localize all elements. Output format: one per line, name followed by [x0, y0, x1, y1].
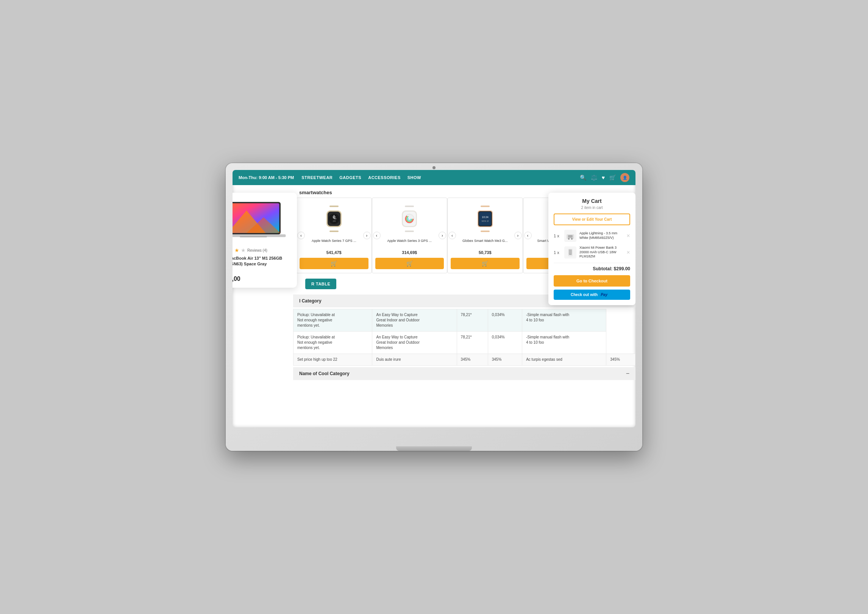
svg-rect-7 [329, 206, 339, 207]
svg-rect-16 [405, 206, 414, 207]
product-card-3: ‹ 10:24 MON 18 [447, 198, 523, 273]
svg-text:MON 18: MON 18 [481, 220, 489, 222]
table-section-2-toggle[interactable]: − [626, 370, 629, 377]
product-name-1: Apple Watch Series 7 GPS ... [300, 239, 368, 249]
cell-3-6: 345% [606, 354, 635, 366]
watch-img-2 [375, 202, 444, 236]
table-row-1: Pickup: Unavailable at Not enough negati… [293, 309, 635, 332]
cart-item-2-img [564, 246, 576, 259]
cart-item-1-qty: 1 x [554, 234, 561, 238]
nav-streetwear[interactable]: STREETWEAR [301, 175, 333, 180]
next-btn-2[interactable]: › [439, 232, 446, 239]
macbook-svg [233, 200, 287, 242]
svg-rect-51 [569, 249, 572, 255]
nav-accessories[interactable]: ACCESSORIES [368, 175, 401, 180]
store-hours: Mon-Thu: 9:00 AM - 5:30 PM [239, 175, 294, 180]
cell-2-5: -Simple manual flash with 4 to 10 foo [522, 332, 606, 354]
main-content: ★ ★ ★ ★ ★ Reviews (4) Apple MacBook Air … [233, 185, 635, 427]
subtotal-value: $299.00 [614, 266, 630, 271]
svg-text::24: :24 [333, 220, 336, 222]
cell-2-3: 78,21* [457, 332, 488, 354]
cell-1-3: 78,21* [457, 309, 488, 332]
cell-1-1: Pickup: Unavailable at Not enough negati… [293, 309, 372, 332]
cart-subtotal: Subtotal: $299.00 [554, 266, 630, 271]
paypal-button[interactable]: Check out with PayPal [554, 290, 630, 300]
product-image [233, 198, 292, 243]
laptop-base [396, 446, 472, 451]
search-icon[interactable]: 🔍 [580, 175, 586, 181]
next-btn-3[interactable]: › [514, 232, 522, 239]
svg-rect-26 [481, 231, 490, 232]
cell-1-4: 0,034% [488, 309, 522, 332]
cart-item-1-name: Apple Lightning - 3.5 mm White (MM85492Z… [579, 231, 623, 240]
cart-icon[interactable]: 🛒 [609, 175, 616, 181]
product-card-1: ‹ 10 :24 [296, 198, 372, 273]
star-4: ★ [234, 247, 239, 253]
svg-rect-52 [569, 254, 571, 255]
reviews-count: Reviews (4) [247, 248, 267, 252]
svg-point-47 [568, 238, 570, 240]
svg-rect-17 [405, 231, 414, 232]
svg-rect-29 [479, 212, 491, 226]
product-stars: ★ ★ ★ ★ ★ Reviews (4) [233, 247, 292, 253]
table-section-2-title: Name of Cool Category [299, 371, 626, 376]
svg-rect-6 [240, 236, 267, 238]
show-table-button[interactable]: R TABLE [305, 279, 336, 289]
svg-rect-25 [481, 206, 490, 207]
svg-rect-8 [329, 231, 339, 232]
cart-popup: My Cart 2 item in cart View or Edit Your… [548, 193, 635, 305]
subtotal-label: Subtotal: [593, 266, 612, 271]
cart-divider [554, 263, 630, 263]
product-name-2: Apple Watch Series 3 GPS ... [375, 239, 444, 249]
cart-item-2: 1 x Xiaomi Mi Power Bank 3 20000 mAh USB… [554, 246, 630, 259]
checkout-button[interactable]: Go to Checkout [554, 275, 630, 287]
add-to-cart-btn-2[interactable]: 🛒 [375, 258, 444, 269]
prev-btn-1[interactable]: ‹ [297, 232, 305, 239]
add-to-cart-btn-3[interactable]: 🛒 [451, 258, 520, 269]
cart-item-2-remove[interactable]: ✕ [626, 250, 630, 255]
product-title: Apple MacBook Air 13" M1 256GB 2020 (MGN… [233, 256, 292, 267]
cell-3-1: Set price high up too 22 [293, 354, 372, 366]
table-row-3: Set price high up too 22 Duis aute irure… [293, 354, 635, 366]
main-nav: STREETWEAR GADGETS ACCESSORIES SHOW [301, 175, 572, 180]
cart-title: My Cart [554, 198, 630, 204]
cart-count: 2 item in cart [554, 206, 630, 210]
cell-1-5: -Simple manual flash with 4 to 10 foo [522, 309, 606, 332]
paypal-check-out-text: Check out with [571, 293, 598, 297]
cell-1-2: An Easy Way to Capture Great Indoor and … [372, 309, 457, 332]
product-price-1: 541,47$ [300, 250, 368, 255]
cell-3-3: 345% [457, 354, 488, 366]
cart-item-1-remove[interactable]: ✕ [626, 233, 630, 238]
laptop-camera [432, 166, 436, 169]
user-avatar[interactable]: 👤 [620, 173, 629, 182]
product-old-price: $1285,95 [233, 270, 292, 275]
compare-icon[interactable]: ⚖️ [591, 175, 597, 181]
navbar-icons: 🔍 ⚖️ ♥ 🛒 👤 [580, 173, 629, 182]
nav-show[interactable]: SHOW [407, 175, 421, 180]
svg-text:10:24: 10:24 [482, 216, 489, 218]
table-section-2-header: Name of Cool Category − [293, 367, 635, 380]
prev-btn-4[interactable]: ‹ [524, 232, 532, 239]
table-row-2: Pickup: Unavailable at Not enough negati… [293, 332, 635, 354]
svg-rect-49 [568, 235, 573, 238]
category-title: smartwatches [299, 190, 332, 195]
cell-3-4: 345% [488, 354, 522, 366]
featured-product-card: ★ ★ ★ ★ ★ Reviews (4) Apple MacBook Air … [233, 193, 297, 288]
prev-btn-2[interactable]: ‹ [373, 232, 381, 239]
view-cart-button[interactable]: View or Edit Your Cart [554, 213, 630, 225]
star-5: ★ [241, 247, 246, 253]
cart-item-2-qty: 1 x [554, 250, 561, 255]
cell-2-1: Pickup: Unavailable at Not enough negati… [293, 332, 372, 354]
add-to-cart-btn-1[interactable]: 🛒 [300, 258, 368, 269]
product-price-2: 314,69$ [375, 250, 444, 255]
paypal-logo: PayPal [601, 293, 613, 297]
next-btn-1[interactable]: › [363, 232, 371, 239]
watch-img-1: 10 :24 [300, 202, 368, 236]
product-new-price: $1205,00 [233, 276, 292, 282]
prev-btn-3[interactable]: ‹ [448, 232, 456, 239]
wishlist-icon[interactable]: ♥ [602, 175, 605, 181]
product-price-3: 50,73$ [451, 250, 520, 255]
product-card-2: ‹ [372, 198, 448, 273]
cell-3-5: Ac turpis egestas sed [522, 354, 606, 366]
nav-gadgets[interactable]: GADGETS [339, 175, 361, 180]
